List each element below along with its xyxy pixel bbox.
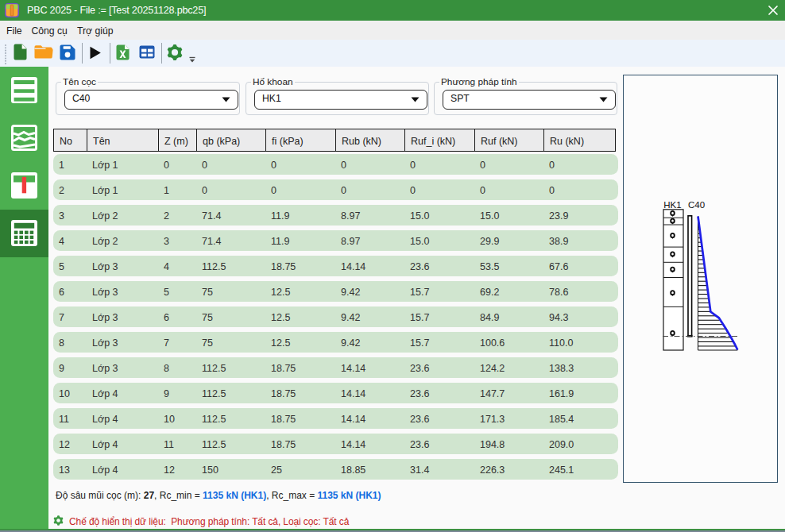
svg-text:C40: C40 (688, 200, 705, 210)
svg-text:HK1: HK1 (663, 200, 681, 210)
